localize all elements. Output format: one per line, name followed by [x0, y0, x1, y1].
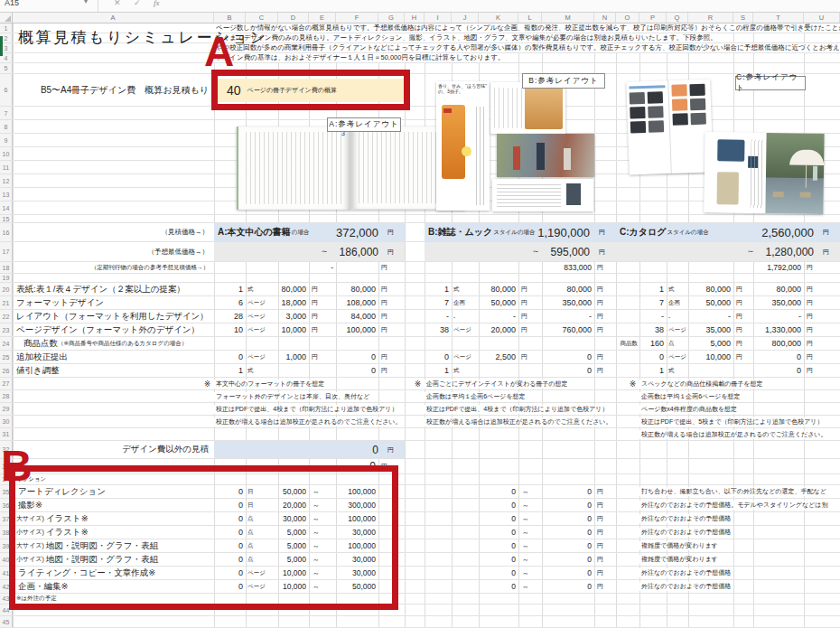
qty-cell[interactable]: 1: [639, 283, 667, 295]
amount-cell[interactable]: 108,000: [336, 296, 378, 309]
note-text[interactable]: 校正はPDFで提出、4校まで（印刷方法により追加で色校アリ）: [214, 405, 400, 414]
yen-cell[interactable]: 円: [733, 337, 753, 350]
yen-cell[interactable]: 円: [733, 323, 753, 336]
item-label[interactable]: フォーマットデザイン: [13, 296, 214, 309]
yen-cell[interactable]: 円: [594, 485, 616, 498]
periodical-b-value[interactable]: 833,000: [542, 262, 594, 273]
qty-cell[interactable]: 1: [214, 364, 246, 377]
row-header[interactable]: 31: [0, 428, 13, 440]
qty-cell[interactable]: 1: [425, 364, 452, 377]
note-text[interactable]: フォーマット外のデザインとは本扉、目次、奥付など: [214, 392, 371, 401]
total-low-cell[interactable]: 0: [479, 485, 518, 498]
yen-cell[interactable]: 円: [804, 310, 840, 323]
row-header[interactable]: 18: [0, 262, 13, 273]
asterisk-cell[interactable]: ※: [616, 378, 639, 389]
unit-cell[interactable]: 式: [246, 364, 278, 377]
option-note[interactable]: 複雑度で価格が変わります: [639, 541, 720, 550]
estimate-a-cell[interactable]: A:本文中心の書籍の場合372,000円: [214, 223, 405, 241]
yen-cell[interactable]: 円: [804, 296, 840, 309]
row-header[interactable]: 27: [0, 378, 13, 389]
total-high-cell[interactable]: 0: [542, 485, 594, 498]
yen-cell[interactable]: 円: [594, 553, 616, 566]
quote-title-cell[interactable]: B5〜A4冊子デザイン費 概算お見積もり: [13, 74, 214, 106]
option-note[interactable]: 打ち合わせ、撮影立ち合い、以下の外注先などの選定、手配など: [639, 487, 828, 496]
yen-cell[interactable]: 円: [594, 351, 616, 363]
column-header[interactable]: I: [425, 13, 452, 23]
unit-cell[interactable]: 式: [667, 364, 688, 377]
yen-cell[interactable]: 円: [594, 580, 616, 593]
total-low-cell[interactable]: 0: [479, 580, 518, 593]
column-header[interactable]: J: [452, 13, 479, 23]
unit-cell[interactable]: ページ: [667, 323, 688, 336]
price-cell[interactable]: 2,500: [479, 351, 518, 363]
yen-cell[interactable]: 円: [378, 364, 405, 377]
yen-cell[interactable]: 円: [804, 262, 840, 273]
amount-cell[interactable]: 800,000: [753, 337, 804, 350]
qty-cell[interactable]: 7: [425, 296, 452, 309]
tilde-cell[interactable]: ～: [518, 512, 542, 525]
yen-cell[interactable]: 円: [733, 296, 753, 309]
amount-cell[interactable]: 80,000: [542, 283, 594, 295]
yen-cell[interactable]: 円: [594, 499, 616, 511]
row-header[interactable]: 29: [0, 403, 13, 415]
total-high-cell[interactable]: 0: [542, 526, 594, 539]
column-header[interactable]: H: [405, 13, 425, 23]
yen-cell[interactable]: 円: [594, 567, 616, 579]
unit-cell[interactable]: -: [667, 310, 688, 323]
price-cell[interactable]: -: [479, 310, 518, 323]
option-note[interactable]: 外注なのでおおよその予想価格: [639, 514, 733, 523]
tilde-cell[interactable]: ～: [518, 539, 542, 552]
column-header[interactable]: G: [378, 13, 405, 23]
qty-cell[interactable]: 7: [639, 296, 667, 309]
row-header[interactable]: 9: [0, 134, 13, 146]
yen-cell[interactable]: 円: [309, 323, 336, 336]
periodical-row-label[interactable]: （定期刊行物の場合の参考予想見積価格→）: [13, 262, 214, 273]
row-header[interactable]: 7: [0, 107, 13, 119]
total-low-cell[interactable]: 0: [479, 553, 518, 566]
price-cell[interactable]: -: [688, 310, 733, 323]
qty-cell[interactable]: -: [639, 310, 667, 323]
item-label[interactable]: 表紙:表１/表４デザイン（２案以上の提案）: [13, 283, 214, 295]
qty-cell[interactable]: 1: [214, 283, 246, 295]
unit-cell[interactable]: 式: [667, 283, 688, 295]
qty-cell[interactable]: 38: [425, 323, 452, 336]
tilde-cell[interactable]: ～: [518, 526, 542, 539]
yen-cell[interactable]: 円: [594, 262, 616, 273]
amount-cell[interactable]: 80,000: [336, 283, 378, 295]
column-header[interactable]: M: [542, 13, 594, 23]
item-label[interactable]: 追加校正提出: [13, 351, 214, 363]
qty-cell[interactable]: 28: [214, 310, 246, 323]
yen-cell[interactable]: 円: [309, 310, 336, 323]
total-high-cell[interactable]: 0: [542, 580, 594, 593]
asterisk-cell[interactable]: ※: [13, 378, 214, 389]
unit-cell[interactable]: ページ: [246, 310, 278, 323]
row-header[interactable]: 8: [0, 120, 13, 133]
column-header[interactable]: K: [479, 13, 518, 23]
yen-cell[interactable]: 円: [309, 283, 336, 295]
column-header[interactable]: T: [753, 13, 804, 23]
yen-cell[interactable]: 円: [733, 351, 753, 363]
other-estimate-label[interactable]: デザイン費以外の見積: [13, 441, 214, 458]
qty-cell[interactable]: -: [425, 310, 452, 323]
price-cell[interactable]: 18,000: [278, 296, 309, 309]
periodical-a-value[interactable]: -: [309, 262, 336, 273]
price-cell[interactable]: 80,000: [278, 283, 309, 295]
minimum-b-cell[interactable]: ～595,000円: [425, 242, 616, 261]
asterisk-cell[interactable]: ※: [405, 378, 425, 389]
tilde-cell[interactable]: ～: [518, 499, 542, 511]
total-low-cell[interactable]: 0: [479, 539, 518, 552]
column-header[interactable]: D: [278, 13, 309, 23]
yen-cell[interactable]: 円: [594, 539, 616, 552]
total-high-cell[interactable]: 0: [542, 567, 594, 579]
unit-cell[interactable]: ページ: [667, 351, 688, 363]
other-estimate-cell[interactable]: 0円: [214, 441, 405, 458]
option-note[interactable]: 外注なのでおおよその予想価格: [639, 582, 733, 591]
row-header[interactable]: 13: [0, 188, 13, 201]
qty-cell[interactable]: 38: [639, 323, 667, 336]
row-header[interactable]: 12: [0, 174, 13, 187]
fx-icon[interactable]: fx: [154, 0, 160, 7]
yen-cell[interactable]: 円: [594, 283, 616, 295]
yen-cell[interactable]: 円: [594, 323, 616, 336]
row-header[interactable]: 14: [0, 202, 13, 214]
yen-cell[interactable]: 円: [594, 526, 616, 539]
